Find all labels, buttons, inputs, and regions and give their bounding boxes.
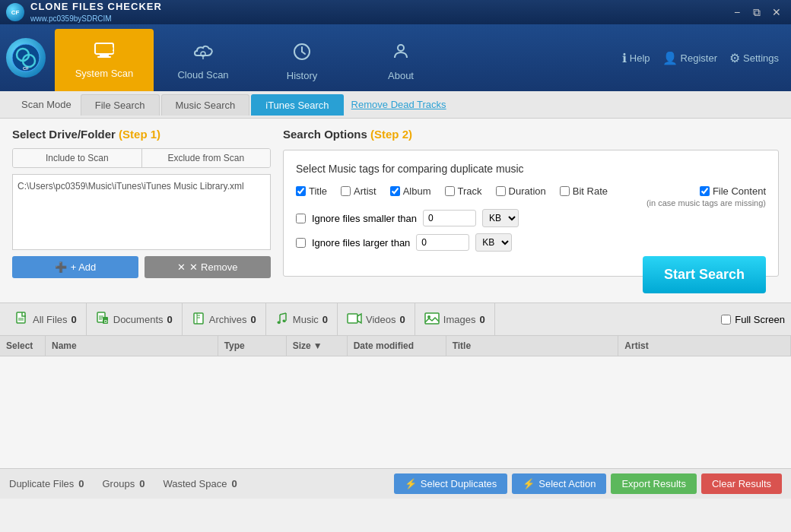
register-button[interactable]: 👤 Register (662, 51, 717, 65)
remove-dead-tracks-link[interactable]: Remove Dead Tracks (345, 94, 453, 115)
svg-point-7 (106, 46, 113, 52)
maximize-button[interactable]: ⧉ (748, 4, 765, 21)
col-size[interactable]: Size ▼ (287, 336, 348, 356)
tag-title-checkbox[interactable] (296, 186, 306, 196)
documents-count: 0 (167, 314, 173, 325)
ignore-larger-unit[interactable]: KB MB (475, 233, 512, 252)
start-search-button[interactable]: Start Search (643, 256, 766, 293)
groups-label: Groups 0 (103, 478, 145, 489)
status-info: Duplicate Files 0 Groups 0 Wasted Space … (9, 478, 237, 489)
tab-all-files[interactable]: All Files 0 (6, 303, 87, 335)
tab-archives[interactable]: Archives 0 (183, 303, 266, 335)
export-results-button[interactable]: Export Results (611, 473, 697, 494)
title-bar-left: CF CLONE FILES CHECKER www.pc0359bySDRCI… (6, 1, 162, 24)
svg-rect-33 (425, 313, 439, 324)
tag-track-checkbox[interactable] (445, 186, 455, 196)
tab-videos[interactable]: Videos 0 (338, 303, 415, 335)
ignore-smaller-unit[interactable]: KB MB (482, 209, 519, 227)
nav-tabs: System Scan Cloud Scan History (55, 24, 622, 91)
videos-icon (347, 312, 362, 327)
remove-button[interactable]: ✕ ✕ Remove (145, 256, 271, 278)
nav-right: ℹ Help 👤 Register ⚙ Settings (622, 51, 785, 65)
music-icon (275, 312, 289, 328)
minimize-button[interactable]: − (729, 4, 745, 21)
col-artist: Artist (618, 336, 791, 356)
images-label: Images (443, 314, 476, 325)
svg-point-14 (398, 45, 404, 51)
tag-album-checkbox[interactable] (390, 186, 400, 196)
tag-bit-rate[interactable]: Bit Rate (560, 185, 608, 197)
col-name: Name (46, 336, 218, 356)
app-brand: CLONE FILES CHECKER www.pc0359bySDRCIM (30, 1, 162, 24)
col-select: Select (0, 336, 46, 356)
ignore-smaller-checkbox[interactable] (296, 214, 306, 223)
tab-music[interactable]: Music 0 (266, 303, 338, 335)
system-scan-icon (94, 42, 115, 63)
tag-duration-checkbox[interactable] (496, 186, 506, 196)
ignore-smaller-label: Ignore files smaller than (312, 213, 417, 224)
scan-mode-label: Scan Mode (12, 94, 81, 115)
add-button[interactable]: ➕ + Add (12, 256, 138, 278)
drive-buttons: ➕ + Add ✕ ✕ Remove (12, 256, 271, 278)
history-label: History (287, 70, 317, 81)
exclude-scan-tab[interactable]: Exclude from Scan (142, 149, 271, 167)
close-button[interactable]: ✕ (768, 4, 785, 21)
tag-artist-checkbox[interactable] (341, 186, 351, 196)
music-count: 0 (322, 314, 328, 325)
file-content-note: (in case music tags are missing) (646, 198, 766, 207)
history-icon (293, 43, 311, 65)
svg-text:D: D (104, 319, 108, 324)
col-title: Title (446, 336, 619, 356)
select-action-button[interactable]: ⚡ Select Action (512, 473, 606, 494)
help-icon: ℹ (622, 51, 627, 65)
ignore-smaller-input[interactable] (423, 210, 476, 226)
svg-line-13 (302, 52, 305, 54)
ignore-larger-input[interactable] (416, 234, 469, 251)
fullscreen-checkbox[interactable] (721, 315, 731, 325)
file-content-label[interactable]: File Content (700, 185, 766, 197)
documents-icon: D (96, 312, 110, 328)
tab-file-search[interactable]: File Search (81, 94, 160, 116)
tag-duration[interactable]: Duration (496, 185, 546, 197)
tag-track[interactable]: Track (445, 185, 482, 197)
tag-title[interactable]: Title (296, 185, 327, 197)
status-actions: ⚡ Select Duplicates ⚡ Select Action Expo… (394, 473, 782, 494)
filter-rows: Ignore files smaller than KB MB Ignore f… (296, 209, 766, 252)
tab-history[interactable]: History (253, 32, 351, 91)
fullscreen-checkbox-label[interactable]: Full Screen (721, 314, 785, 325)
clear-results-button[interactable]: Clear Results (701, 473, 782, 494)
x-icon: ✕ (177, 261, 186, 273)
tab-cloud-scan[interactable]: Cloud Scan (154, 32, 253, 91)
select-duplicates-button[interactable]: ⚡ Select Duplicates (394, 473, 507, 494)
tab-about[interactable]: About (351, 32, 450, 91)
tab-images[interactable]: Images 0 (415, 303, 495, 335)
tab-system-scan[interactable]: System Scan (55, 29, 154, 91)
options-subtitle: Select Music tags for comparing duplicat… (296, 163, 766, 175)
file-tabs: All Files 0 D Documents 0 (0, 302, 791, 336)
about-icon (392, 43, 410, 65)
app-logo: CF (6, 3, 24, 21)
ignore-larger-checkbox[interactable] (296, 238, 306, 248)
settings-button[interactable]: ⚙ Settings (729, 51, 779, 65)
tag-album[interactable]: Album (390, 185, 431, 197)
cloud-scan-icon (192, 43, 214, 65)
help-button[interactable]: ℹ Help (622, 51, 650, 65)
groups-count: 0 (139, 478, 145, 489)
col-type: Type (218, 336, 287, 356)
register-icon: 👤 (662, 51, 678, 65)
system-scan-label: System Scan (75, 68, 134, 79)
svg-rect-24 (194, 313, 203, 324)
tab-itunes-search[interactable]: iTunes Search (251, 94, 343, 116)
include-scan-tab[interactable]: Include to Scan (13, 149, 142, 167)
archives-label: Archives (209, 314, 247, 325)
drive-list: C:\Users\pc0359\Music\iTunes\iTunes Musi… (12, 174, 271, 250)
file-content-checkbox[interactable] (700, 186, 710, 196)
videos-label: Videos (366, 314, 396, 325)
music-tags: Title Artist Album Track Duration (296, 185, 608, 197)
tab-documents[interactable]: D Documents 0 (87, 303, 183, 335)
tag-artist[interactable]: Artist (341, 185, 376, 197)
tag-bit-rate-checkbox[interactable] (560, 186, 570, 196)
images-count: 0 (479, 314, 484, 325)
tab-music-search[interactable]: Music Search (161, 94, 250, 116)
left-panel: Select Drive/Folder (Step 1) Include to … (12, 128, 271, 293)
